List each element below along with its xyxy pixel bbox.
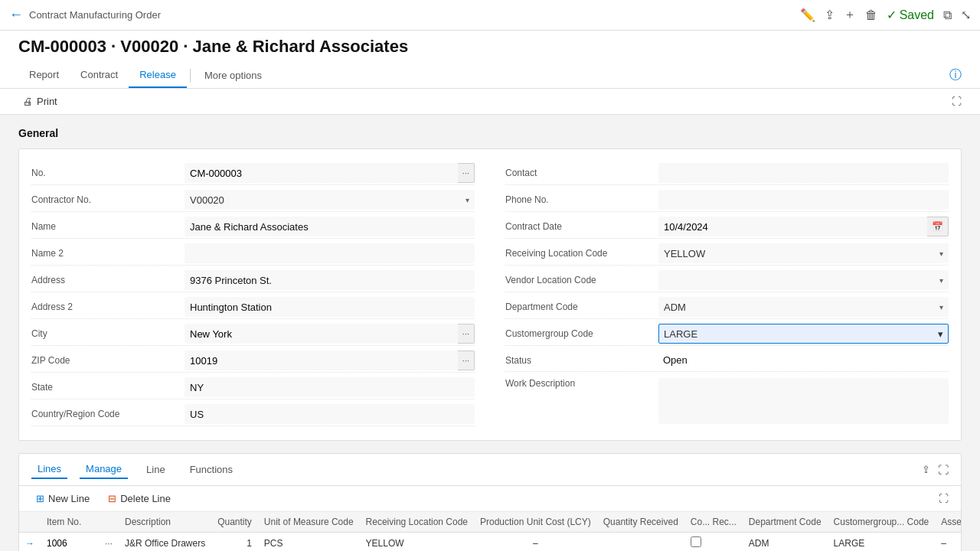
chevron-down-icon: ▾ xyxy=(939,303,943,311)
customergroup-select[interactable]: LARGE ▾ xyxy=(658,324,949,344)
work-desc-row: Work Description xyxy=(505,375,949,428)
page-title: Contract Manufacturing Order xyxy=(29,9,794,21)
expand-lines-icon[interactable]: ⛶ xyxy=(938,464,949,476)
no-dots-btn[interactable]: ··· xyxy=(458,163,475,183)
name-input[interactable] xyxy=(185,217,475,236)
col-qty-received: Quantity Received xyxy=(597,512,684,533)
department-code-label: Department Code xyxy=(505,302,658,312)
lines-section: Lines Manage Line Functions ⇪ ⛶ ⊞ New Li… xyxy=(18,453,962,551)
country-row: Country/Region Code xyxy=(31,403,475,426)
state-input[interactable] xyxy=(185,377,475,397)
info-icon[interactable]: ⓘ xyxy=(949,67,962,83)
customergroup-row: Customergroup Code LARGE ▾ xyxy=(505,322,949,346)
city-row: City ··· xyxy=(31,322,475,346)
col-customergroup: Customergroup... Code xyxy=(828,512,936,533)
general-section-title: General xyxy=(18,127,962,139)
top-bar: ← Contract Manufacturing Order ✏️ ⇪ ＋ 🗑 … xyxy=(0,0,980,31)
chevron-down-icon: ▾ xyxy=(939,276,943,285)
tab-line[interactable]: Line xyxy=(140,461,172,478)
address2-row: Address 2 xyxy=(31,295,475,319)
tab-divider xyxy=(190,69,191,83)
col-description: Description xyxy=(119,512,211,533)
address2-input[interactable] xyxy=(185,297,475,317)
name2-input[interactable] xyxy=(185,243,475,263)
delete-line-button[interactable]: ⊟ Delete Line xyxy=(103,491,175,507)
department-code-row: Department Code ADM ▾ xyxy=(505,295,949,319)
expand-lines-corner[interactable]: ⛶ xyxy=(939,493,949,504)
city-dots-btn[interactable]: ··· xyxy=(458,324,475,344)
state-row: State xyxy=(31,376,475,399)
address-input[interactable] xyxy=(185,270,475,290)
page-header: CM-000003 · V00020 · Jane & Richard Asso… xyxy=(0,31,980,89)
form-left-col: No. ··· Contractor No. V00020 ▾ Name xyxy=(31,161,475,428)
city-field: ··· xyxy=(185,324,475,344)
contractor-no-label: Contractor No. xyxy=(31,194,185,205)
tab-manage[interactable]: Manage xyxy=(80,460,128,479)
delete-line-icon: ⊟ xyxy=(108,493,116,504)
department-code-select[interactable]: ADM ▾ xyxy=(658,297,949,317)
no-field: ··· xyxy=(185,163,475,183)
table-row: → ··· J&R Office Drawers 1 PCS YELLOW – … xyxy=(19,533,961,552)
contact-input[interactable] xyxy=(658,163,949,183)
phone-input[interactable] xyxy=(658,190,949,210)
back-button[interactable]: ← xyxy=(9,7,23,23)
share-lines-icon[interactable]: ⇪ xyxy=(922,464,930,476)
printer-icon: 🖨 xyxy=(23,96,33,107)
contract-date-label: Contract Date xyxy=(505,221,658,232)
cell-description: J&R Office Drawers xyxy=(119,533,211,552)
contract-date-input[interactable] xyxy=(658,217,927,236)
expand-icon[interactable]: ⛶ xyxy=(952,96,962,107)
more-options-menu[interactable]: More options xyxy=(194,64,273,87)
work-desc-textarea[interactable] xyxy=(658,378,949,424)
calendar-icon[interactable]: 📅 xyxy=(927,217,949,236)
share-icon[interactable]: ⇪ xyxy=(825,8,835,22)
col-uom: Unit of Measure Code xyxy=(258,512,360,533)
minimize-icon[interactable]: ⤡ xyxy=(961,8,971,22)
edit-icon[interactable]: ✏️ xyxy=(800,8,815,22)
cell-item-no[interactable] xyxy=(41,533,99,552)
address-row: Address xyxy=(31,269,475,292)
city-input[interactable] xyxy=(185,324,458,344)
new-line-button[interactable]: ⊞ New Line xyxy=(31,491,94,507)
chevron-down-icon: ▾ xyxy=(939,249,943,258)
main-content: General No. ··· Contractor No. V00020 ▾ … xyxy=(0,115,980,551)
open-external-icon[interactable]: ⧉ xyxy=(943,8,952,22)
country-input[interactable] xyxy=(185,404,475,424)
delete-icon[interactable]: 🗑 xyxy=(865,8,877,22)
chevron-down-icon: ▾ xyxy=(466,196,469,204)
tab-report[interactable]: Report xyxy=(18,63,70,88)
contact-label: Contact xyxy=(505,168,658,178)
tab-lines[interactable]: Lines xyxy=(31,460,67,479)
chevron-down-icon: ▾ xyxy=(938,328,943,340)
no-input[interactable] xyxy=(185,163,458,183)
tab-contract[interactable]: Contract xyxy=(70,63,129,88)
receiving-location-row: Receiving Location Code YELLOW ▾ xyxy=(505,242,949,266)
contact-row: Contact xyxy=(505,161,949,185)
row-arrow: → xyxy=(19,533,41,552)
form-right-col: Contact Phone No. Contract Date 📅 Re xyxy=(505,161,949,428)
vendor-location-select[interactable]: ▾ xyxy=(658,270,949,290)
receiving-location-select[interactable]: YELLOW ▾ xyxy=(658,243,949,263)
cell-uom: PCS xyxy=(258,533,360,552)
print-button[interactable]: 🖨 Print xyxy=(18,93,62,109)
status-label: Status xyxy=(505,355,658,366)
zip-dots-btn[interactable]: ··· xyxy=(458,350,475,370)
tab-release[interactable]: Release xyxy=(129,63,187,88)
contractor-no-row: Contractor No. V00020 ▾ xyxy=(31,188,475,212)
contract-date-field: 📅 xyxy=(658,217,949,236)
record-title: CM-000003 · V00020 · Jane & Richard Asso… xyxy=(18,37,962,57)
top-icons: ✏️ ⇪ ＋ 🗑 Saved ⧉ ⤡ xyxy=(800,7,971,23)
contractor-no-select[interactable]: V00020 ▾ xyxy=(185,190,475,210)
table-header-row: Item No. Description Quantity Unit of Me… xyxy=(19,512,961,533)
address-label: Address xyxy=(31,275,185,285)
receiving-location-label: Receiving Location Code xyxy=(505,248,658,259)
zip-input[interactable] xyxy=(185,350,458,370)
address2-label: Address 2 xyxy=(31,302,185,312)
status-value: Open xyxy=(658,352,692,368)
add-icon[interactable]: ＋ xyxy=(844,7,856,23)
state-label: State xyxy=(31,382,185,393)
tab-functions[interactable]: Functions xyxy=(184,461,239,478)
zip-label: ZIP Code xyxy=(31,355,185,366)
lines-toolbar: ⊞ New Line ⊟ Delete Line ⛶ xyxy=(19,486,961,512)
row-context-menu[interactable]: ··· xyxy=(99,533,119,552)
